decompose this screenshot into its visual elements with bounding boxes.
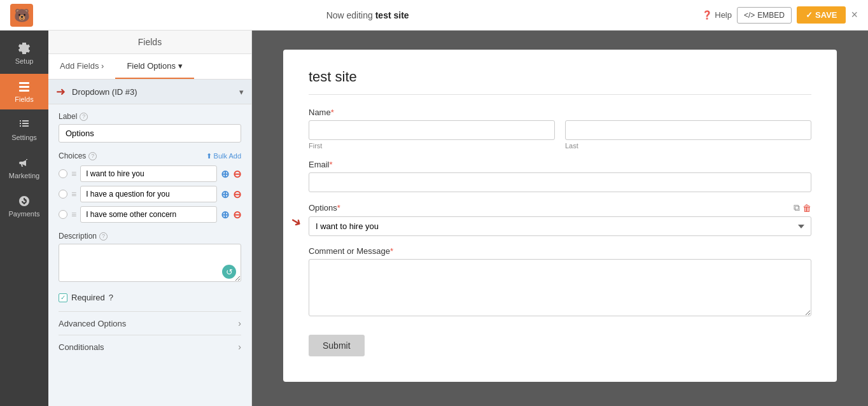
add-choice-3-button[interactable]: ⊕: [221, 209, 229, 221]
ai-refresh-icon[interactable]: ↺: [222, 265, 236, 279]
settings-label: Settings: [11, 134, 37, 141]
sliders-icon: [18, 118, 31, 131]
conditionals-chevron: ›: [238, 342, 241, 352]
tab-add-fields[interactable]: Add Fields ›: [48, 54, 115, 79]
remove-choice-3-button[interactable]: ⊖: [233, 209, 241, 221]
last-sublabel: Last: [565, 142, 811, 150]
marketing-label: Marketing: [9, 172, 39, 179]
advanced-options-label: Advanced Options: [59, 319, 126, 328]
field-type-label: Dropdown (ID #3): [72, 87, 137, 97]
remove-choice-1-button[interactable]: ⊖: [233, 168, 241, 180]
bulk-add-button[interactable]: ⬆ Bulk Add: [206, 152, 241, 160]
required-label: Required: [71, 293, 105, 302]
email-field: Email*: [309, 160, 811, 192]
name-first-input[interactable]: [309, 120, 555, 140]
nav-settings[interactable]: Settings: [0, 112, 48, 148]
advanced-options-section[interactable]: Advanced Options ›: [59, 311, 241, 335]
choice-radio-2: [59, 190, 67, 199]
field-actions: ⧉ 🗑: [794, 202, 811, 213]
options-label: Options*: [309, 203, 340, 213]
choice-row-1: ≡ ⊕ ⊖: [59, 165, 241, 182]
name-required-star: *: [331, 108, 334, 117]
options-required-star: *: [337, 203, 340, 213]
code-icon: </>: [744, 11, 755, 20]
form-preview: test site Name* First Last: [283, 50, 837, 382]
drag-handle-3[interactable]: ≡: [71, 209, 76, 220]
help-button[interactable]: ❓ Help: [702, 10, 732, 20]
nav-fields[interactable]: Fields: [0, 74, 48, 109]
label-field-label: Label ?: [59, 112, 241, 121]
choice-input-2[interactable]: [80, 186, 217, 202]
dollar-icon: [18, 195, 31, 207]
delete-field-button[interactable]: 🗑: [802, 202, 811, 213]
choice-row-2: ≡ ⊕ ⊖: [59, 186, 241, 202]
description-help-icon: ?: [99, 232, 108, 241]
field-type-selector[interactable]: ➜ Dropdown (ID #3) ▾: [48, 80, 251, 104]
choice-radio-1: [59, 169, 67, 178]
required-checkbox[interactable]: ✓: [59, 293, 67, 302]
options-field-wrapper: Options* ⧉ 🗑 ➜ I want to hire you I have…: [309, 202, 811, 236]
upload-icon: ⬆: [206, 152, 212, 160]
top-bar-left: 🐻: [10, 4, 33, 27]
save-button[interactable]: ✓ SAVE: [797, 6, 846, 24]
comment-field-row: Comment or Message*: [309, 246, 811, 318]
comment-field: Comment or Message*: [309, 246, 811, 318]
preview-area: test site Name* First Last: [252, 31, 868, 406]
add-choice-1-button[interactable]: ⊕: [221, 168, 229, 180]
svg-rect-1: [19, 86, 29, 88]
fields-icon: [18, 80, 31, 93]
choice-input-1[interactable]: [80, 165, 217, 182]
setup-label: Setup: [15, 57, 34, 65]
name-field-row: Name* First Last: [309, 108, 811, 150]
email-input[interactable]: [309, 172, 811, 192]
nav-marketing[interactable]: Marketing: [0, 150, 48, 186]
description-group: Description ? ↺: [59, 232, 241, 284]
help-icon: ❓: [702, 10, 712, 20]
remove-choice-2-button[interactable]: ⊖: [233, 188, 241, 200]
top-bar-right: ❓ Help </> EMBED ✓ SAVE ×: [702, 6, 858, 24]
comment-required-star: *: [390, 246, 393, 256]
form-divider: [309, 94, 811, 95]
drag-handle-2[interactable]: ≡: [71, 189, 76, 199]
chevron-down-icon: ▾: [239, 87, 244, 97]
submit-button[interactable]: Submit: [309, 335, 365, 356]
nav-setup[interactable]: Setup: [0, 36, 48, 71]
choice-input-3[interactable]: [80, 206, 217, 223]
nav-payments[interactable]: Payments: [0, 188, 48, 224]
description-input[interactable]: [59, 244, 241, 282]
nav-sidebar: Setup Fields Settings Marketing Payments: [0, 31, 48, 406]
red-arrow-indicator: ➜: [56, 85, 66, 99]
main-layout: Setup Fields Settings Marketing Payments…: [0, 31, 868, 406]
add-choice-2-button[interactable]: ⊕: [221, 188, 229, 200]
email-label: Email*: [309, 160, 811, 169]
email-required-star: *: [330, 160, 333, 169]
fields-page-header: Fields: [48, 31, 251, 54]
advanced-options-chevron: ›: [238, 318, 241, 328]
top-bar-center: Now editing test site: [33, 10, 702, 20]
check-icon: ✓: [806, 10, 813, 20]
tab-field-options[interactable]: Field Options ▾: [115, 54, 193, 79]
copy-field-button[interactable]: ⧉: [794, 202, 800, 213]
close-button[interactable]: ×: [851, 8, 858, 22]
panel-body: Label ? Choices ? ⬆ Bulk Add: [48, 104, 251, 406]
svg-rect-0: [19, 82, 29, 84]
drag-handle-1[interactable]: ≡: [71, 169, 76, 179]
label-group: Label ?: [59, 112, 241, 143]
conditionals-section[interactable]: Conditionals ›: [59, 335, 241, 358]
conditionals-label: Conditionals: [59, 342, 104, 352]
editing-prefix: Now editing: [326, 10, 375, 20]
megaphone-icon: [18, 157, 31, 169]
choices-group: Choices ? ⬆ Bulk Add ≡ ⊕ ⊖: [59, 151, 241, 223]
comment-input[interactable]: [309, 259, 811, 316]
description-label: Description ?: [59, 232, 241, 241]
label-input[interactable]: [59, 124, 241, 143]
fields-label: Fields: [15, 95, 33, 103]
name-label: Name*: [309, 108, 811, 117]
first-sublabel: First: [309, 142, 555, 150]
embed-button[interactable]: </> EMBED: [737, 7, 792, 24]
name-last-input[interactable]: [565, 120, 811, 140]
payments-label: Payments: [9, 210, 40, 218]
options-select[interactable]: I want to hire you I have a question for…: [309, 216, 811, 236]
choice-radio-3: [59, 210, 67, 219]
svg-rect-2: [19, 90, 29, 92]
